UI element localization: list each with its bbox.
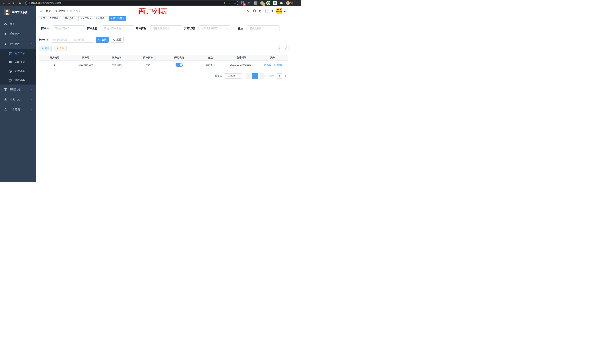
filter-label-merchant-no: 商户号 xyxy=(41,25,49,31)
refresh-button[interactable] xyxy=(284,45,289,51)
url-host: localhost xyxy=(31,2,40,4)
toggle-search-button[interactable] xyxy=(277,45,282,51)
font-size-icon[interactable]: tT xyxy=(271,10,273,13)
page-number-1[interactable]: 1 xyxy=(252,73,258,79)
cell-full-name: 芋道源码 xyxy=(101,61,132,69)
extension-command-icon[interactable]: ⌘ xyxy=(253,1,258,5)
short-name-input[interactable] xyxy=(150,25,183,31)
fullscreen-icon[interactable] xyxy=(265,10,268,13)
sidebar-item-merchant-info[interactable]: 商户信息 xyxy=(0,49,36,58)
address-bar[interactable]: ⓘ localhost:1024/pay/merchant ☆ xyxy=(25,1,238,5)
extensions-puzzle-icon[interactable] xyxy=(279,1,283,5)
extension-yuque-icon[interactable]: y xyxy=(266,1,270,5)
browser-update-button[interactable]: 更新 xyxy=(287,1,295,5)
yen-circle-icon xyxy=(9,70,12,73)
sidebar-item-label: 研发工具 xyxy=(10,98,20,101)
close-icon[interactable]: × xyxy=(105,17,107,20)
sidebar-item-pay[interactable]: ¥ 支付管理 xyxy=(0,39,36,49)
extension-proxy-icon[interactable]: 1 xyxy=(260,1,264,5)
breadcrumb-pay[interactable]: 支付管理 xyxy=(55,9,65,13)
sidebar-item-devtools[interactable]: 研发工具 xyxy=(0,95,36,105)
search-button[interactable]: 搜索 xyxy=(96,37,109,43)
calendar-icon xyxy=(53,38,56,41)
status-toggle[interactable] xyxy=(175,63,183,67)
sidebar-item-refund-orders[interactable]: 退款订单 xyxy=(0,76,36,85)
date-range-picker[interactable]: 开始日期 - 结束日期 xyxy=(51,37,94,43)
goto-suffix: 页 xyxy=(284,73,287,79)
sidebar-item-system[interactable]: 系统管理 xyxy=(0,29,36,39)
help-icon[interactable] xyxy=(259,10,262,13)
site-info-icon[interactable]: ⓘ xyxy=(28,1,30,5)
tags-view-bar: 首页 流程表单× 用户分组× 支付订单× 退款订单× 商户信息× xyxy=(36,16,301,21)
page-title-annotation: 商户列表 xyxy=(139,6,168,16)
chevron-down-icon xyxy=(31,33,33,35)
chevron-down-icon xyxy=(31,108,33,111)
goto-page-input[interactable] xyxy=(276,73,283,79)
next-page-button[interactable]: › xyxy=(260,73,265,79)
top-navbar: 首页 / 支付管理 / 商户信息 tT xyxy=(36,6,301,16)
extension-translate-badge: 10 xyxy=(243,3,246,6)
reset-button[interactable]: 重置 xyxy=(111,37,124,43)
avatar-caret-icon[interactable] xyxy=(284,11,286,12)
close-icon[interactable]: × xyxy=(75,17,76,20)
page-size-select[interactable]: 10条/页 xyxy=(224,73,242,79)
password-key-icon[interactable] xyxy=(224,1,227,4)
full-name-input[interactable] xyxy=(102,25,134,31)
tab-home[interactable]: 首页 xyxy=(39,16,47,21)
grid-icon xyxy=(9,61,12,64)
delete-link[interactable]: 删除 xyxy=(274,63,282,66)
extension-translate-icon[interactable]: 10 xyxy=(240,1,245,5)
sidebar-item-label: 系统管理 xyxy=(10,32,20,36)
tab-pay-orders[interactable]: 支付订单× xyxy=(78,16,93,21)
browser-reload-icon[interactable] xyxy=(13,2,16,4)
sidebar: 芋道管理系统 首页 系统管理 ¥ 支付管理 商户信息 xyxy=(0,6,36,182)
yen-icon: ¥ xyxy=(4,43,7,46)
sidebar-item-infra[interactable]: 基础设施 xyxy=(0,85,36,95)
close-icon[interactable]: × xyxy=(90,17,91,20)
date-end-placeholder: 结束日期 xyxy=(74,38,84,41)
remark-input[interactable] xyxy=(247,25,280,31)
sidebar-item-pay-orders[interactable]: 支付订单 xyxy=(0,67,36,76)
toolbox-icon xyxy=(4,108,7,111)
tab-user-group[interactable]: 用户分组× xyxy=(63,16,77,21)
share-icon[interactable] xyxy=(229,2,232,4)
tab-process-form[interactable]: 流程表单× xyxy=(48,16,62,21)
close-icon[interactable]: × xyxy=(123,17,124,20)
header-search-icon[interactable] xyxy=(247,10,250,12)
add-button[interactable]: 新增 xyxy=(39,46,52,51)
extension-proxy-badge: 1 xyxy=(262,3,265,6)
app-title: 芋道管理系统 xyxy=(12,11,27,14)
user-avatar[interactable] xyxy=(276,8,282,14)
tab-merchant-info[interactable]: 商户信息× xyxy=(109,16,126,21)
export-button[interactable]: 导出 xyxy=(54,46,66,51)
browser-home-icon[interactable] xyxy=(18,2,21,4)
sidebar-item-app-info[interactable]: 应用信息 xyxy=(0,58,36,67)
browser-chrome: ← → ⓘ localhost:1024/pay/merchant ☆ 10 xyxy=(0,0,301,6)
edit-link[interactable]: 修改 xyxy=(264,63,271,66)
pay-submenu: 商户信息 应用信息 支付订单 退款订单 xyxy=(0,49,36,85)
browser-menu-icon[interactable]: ⋮ xyxy=(297,1,299,5)
close-icon[interactable]: × xyxy=(59,17,60,20)
monitor-icon xyxy=(4,88,7,91)
browser-forward-icon[interactable]: → xyxy=(8,0,10,6)
sidebar-collapse-icon[interactable] xyxy=(40,9,43,12)
tab-refund-orders[interactable]: 退款订单× xyxy=(94,16,108,21)
status-select[interactable]: 请选择开启状态 xyxy=(198,25,231,31)
extension-gem-icon[interactable] xyxy=(247,1,251,5)
merchant-no-input[interactable] xyxy=(53,25,85,31)
filter-label-short-name: 商户简称 xyxy=(136,25,146,31)
breadcrumb-home[interactable]: 首页 xyxy=(46,9,51,13)
github-icon[interactable] xyxy=(253,10,256,13)
sidebar-item-label: 应用信息 xyxy=(14,61,25,64)
bookmark-star-icon[interactable]: ☆ xyxy=(234,1,236,4)
prev-page-button[interactable]: ‹ xyxy=(246,73,250,79)
cell-remark: 我是备注 xyxy=(195,61,226,69)
extension-chat-icon[interactable] xyxy=(273,1,277,5)
sidebar-item-home[interactable]: 首页 xyxy=(0,19,36,29)
app-logo-row[interactable]: 芋道管理系统 xyxy=(0,6,36,16)
main-content: 商户号 商户全称 商户简称 开启状态 请选择开启状态 备注 创建时间 开始日期 … xyxy=(36,21,301,182)
pagination-total: 共 1 条 xyxy=(215,73,222,79)
cell-created: 2021-10-23 08:31:14 xyxy=(226,61,257,69)
browser-back-icon[interactable]: ← xyxy=(2,0,5,6)
sidebar-item-workflow[interactable]: 工作流程 xyxy=(0,105,36,115)
